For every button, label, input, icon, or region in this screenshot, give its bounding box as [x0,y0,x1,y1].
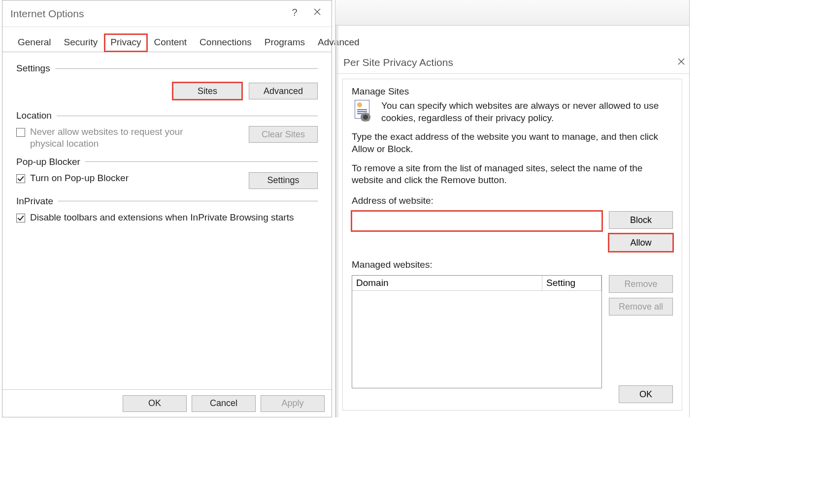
managed-websites-list[interactable]: Domain Setting [352,275,602,388]
section-inprivate: InPrivate [16,196,318,207]
clear-sites-button[interactable]: Clear Sites [249,126,318,143]
internet-options-titlebar: Internet Options ? [2,0,332,27]
section-popup-label: Pop-up Blocker [16,157,80,167]
shadow [335,25,339,417]
inprivate-disable-toolbars-checkbox[interactable] [16,214,25,222]
per-site-title: Per Site Privacy Actions [343,57,677,68]
section-location-label: Location [16,110,52,121]
address-input[interactable] [352,211,602,231]
per-site-window: Per Site Privacy Actions Manage Sites Yo… [335,0,690,417]
tab-privacy[interactable]: Privacy [104,33,147,52]
column-domain[interactable]: Domain [352,276,542,290]
per-site-ok-button[interactable]: OK [619,385,673,403]
manage-sites-label: Manage Sites [352,86,673,97]
popup-blocker-checkbox[interactable] [16,174,25,183]
never-allow-location-label: Never allow websites to request your phy… [30,126,217,150]
column-setting[interactable]: Setting [542,276,601,290]
inprivate-disable-toolbars-label: Disable toolbars and extensions when InP… [30,212,294,223]
internet-options-body: Settings Sites Advanced Location Never a… [2,52,332,223]
instructions-1: Type the exact address of the website yo… [352,131,673,155]
ok-button[interactable]: OK [123,395,187,412]
managed-websites-header: Domain Setting [352,276,601,291]
per-site-body: Manage Sites You can specify which websi… [342,79,682,410]
internet-options-dialog: Internet Options ? General Security Priv… [2,0,332,417]
per-site-titlebar: Per Site Privacy Actions [335,51,689,74]
tab-programs[interactable]: Programs [258,33,311,52]
apply-button[interactable]: Apply [261,395,325,412]
tab-content[interactable]: Content [148,33,194,52]
cancel-button[interactable]: Cancel [192,395,256,412]
remove-button[interactable]: Remove [609,275,673,293]
sites-button[interactable]: Sites [173,83,242,99]
remove-all-button[interactable]: Remove all [609,298,673,315]
intro-text: You can specify which websites are alway… [381,100,673,124]
internet-options-tabs: General Security Privacy Content Connect… [2,27,332,52]
privacy-document-icon [352,100,373,122]
advanced-button[interactable]: Advanced [249,83,318,99]
tab-security[interactable]: Security [58,33,104,52]
section-settings: Settings [16,63,318,74]
close-button[interactable] [306,7,329,21]
allow-button[interactable]: Allow [609,234,673,252]
popup-blocker-label: Turn on Pop-up Blocker [30,172,129,184]
section-location: Location [16,110,318,121]
section-popup: Pop-up Blocker [16,157,318,167]
section-settings-label: Settings [16,63,50,74]
section-inprivate-label: InPrivate [16,196,53,207]
divider [58,201,318,201]
popup-settings-button[interactable]: Settings [249,172,318,189]
internet-options-title: Internet Options [10,8,283,20]
tab-connections[interactable]: Connections [193,33,258,52]
instructions-2: To remove a site from the list of manage… [352,162,673,187]
help-button[interactable]: ? [283,7,306,21]
close-button[interactable] [677,58,685,67]
background-strip [335,0,689,26]
tab-general[interactable]: General [11,33,58,52]
divider [85,161,318,162]
internet-options-footer: OK Cancel Apply [2,389,332,417]
divider [57,116,318,116]
block-button[interactable]: Block [609,211,673,229]
divider [55,68,318,69]
address-label: Address of website: [352,195,673,206]
managed-websites-label: Managed websites: [352,259,673,270]
never-allow-location-checkbox[interactable] [16,128,25,137]
